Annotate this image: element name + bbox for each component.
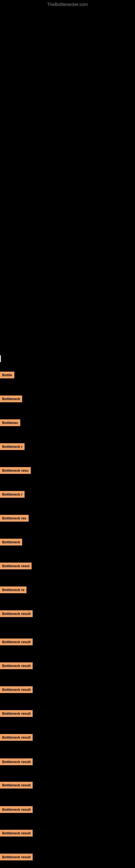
bottleneck-item-15: Bottleneck result	[0, 734, 33, 741]
bottleneck-item-0: Bottle	[0, 372, 14, 378]
bottleneck-item-5: Bottleneck r	[0, 491, 25, 498]
bottleneck-item-11: Bottleneck result	[0, 639, 33, 645]
bottleneck-item-1: Bottleneck	[0, 396, 22, 402]
bottleneck-item-14: Bottleneck result	[0, 710, 33, 717]
site-title: TheBottlenecker.com	[0, 0, 135, 8]
bottleneck-item-12: Bottleneck result	[0, 662, 33, 669]
bottleneck-item-13: Bottleneck result	[0, 686, 33, 693]
bottleneck-item-19: Bottleneck result	[0, 830, 33, 837]
bottleneck-item-4: Bottleneck resu	[0, 467, 31, 474]
bottleneck-item-18: Bottleneck result	[0, 806, 33, 813]
bottleneck-item-16: Bottleneck result	[0, 758, 33, 765]
bottleneck-item-3: Bottleneck r	[0, 443, 25, 450]
bottleneck-item-9: Bottleneck re	[0, 586, 27, 593]
bottleneck-item-6: Bottleneck res	[0, 515, 29, 522]
bottleneck-item-10: Bottleneck result	[0, 610, 33, 617]
bottleneck-item-20: Bottleneck result	[0, 854, 33, 860]
bottleneck-item-7: Bottleneck	[0, 539, 22, 546]
bottleneck-item-2: Bottlenec	[0, 420, 20, 426]
bottleneck-item-17: Bottleneck result	[0, 782, 33, 788]
bottleneck-item-8: Bottleneck resul	[0, 563, 32, 569]
